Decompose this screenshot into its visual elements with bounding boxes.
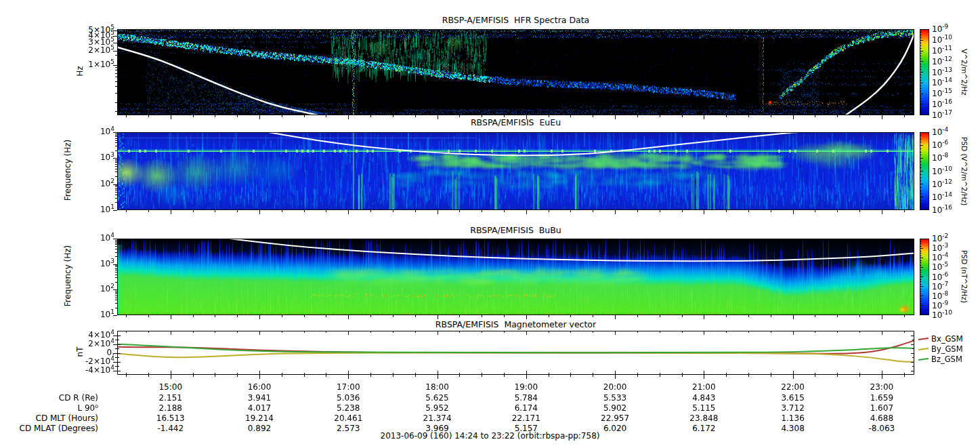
axis-tick: [115, 366, 117, 367]
axis-tick: [115, 192, 117, 192]
axis-tick: [771, 315, 771, 317]
axis-tick: [570, 315, 571, 317]
x-tick-label: 16:00: [232, 382, 286, 392]
axis-tick: [115, 243, 117, 243]
axis-tick: [482, 210, 482, 212]
axis-tick: [570, 115, 571, 117]
colorbar-tick-label: 10-9: [932, 24, 948, 34]
colorbar-tick-label: 10-16: [932, 205, 952, 215]
axis-tick: [126, 210, 127, 212]
axis-tick: [115, 298, 117, 298]
axis-tick: [793, 210, 794, 214]
axis-tick: [115, 77, 117, 77]
axis-tick: [438, 375, 438, 379]
axis-tick: [771, 210, 771, 212]
legend-line-swatch: [918, 348, 929, 350]
axis-tick: [459, 375, 460, 377]
ephemeris-row-label: CD R (Re): [59, 393, 98, 403]
axis-tick: [115, 357, 117, 358]
x-tick-label: 20:00: [588, 382, 642, 392]
y-tick-label: -4×104: [64, 365, 114, 375]
ephemeris-value: 16.513: [144, 413, 198, 423]
axis-tick: [237, 115, 238, 117]
colorbar-tick-label: 10-10: [932, 167, 952, 176]
axis-tick: [370, 315, 371, 317]
axis-tick: [115, 164, 117, 165]
bubu-y-axis-label: Frequency (Hz): [63, 241, 72, 311]
axis-tick: [504, 210, 505, 212]
ephemeris-value: 5.036: [321, 393, 375, 403]
axis-tick: [348, 115, 349, 119]
axis-tick: [748, 210, 749, 212]
axis-tick: [115, 161, 117, 161]
axis-tick: [837, 375, 838, 377]
axis-tick: [304, 315, 305, 317]
axis-tick: [126, 375, 127, 377]
axis-tick: [526, 210, 527, 214]
axis-tick: [526, 315, 527, 319]
ephemeris-value: 4.843: [677, 393, 731, 403]
y-tick-label: 0.: [64, 348, 114, 357]
axis-tick: [115, 135, 117, 136]
axis-tick: [115, 142, 117, 143]
euu-spectrogram-canvas: [117, 132, 914, 210]
axis-tick: [660, 210, 660, 212]
x-tick-label: 19:00: [499, 382, 553, 392]
axis-tick: [504, 375, 505, 377]
axis-tick: [115, 291, 117, 291]
y-tick-label: 101: [64, 310, 114, 319]
axis-tick: [115, 169, 117, 169]
axis-tick: [115, 240, 117, 241]
axis-tick: [415, 210, 416, 212]
axis-tick: [459, 210, 460, 212]
axis-tick: [115, 185, 117, 186]
axis-tick: [549, 375, 549, 377]
ephemeris-value: 22.171: [499, 413, 553, 423]
hfr-colorbar: [920, 29, 929, 115]
axis-tick: [415, 115, 416, 117]
axis-tick: [549, 210, 549, 212]
axis-tick: [171, 315, 171, 319]
ephemeris-value: 5.784: [499, 393, 553, 403]
axis-tick: [148, 210, 149, 212]
legend-item-bx_gsm: Bx_GSM: [918, 334, 963, 344]
bubu-colorbar: [920, 239, 929, 315]
axis-tick: [115, 171, 117, 172]
axis-tick: [438, 210, 438, 214]
axis-tick: [415, 375, 416, 377]
axis-tick: [526, 115, 527, 119]
axis-tick: [115, 138, 117, 139]
axis-tick: [115, 86, 117, 87]
axis-tick: [115, 93, 117, 94]
panel-title-bubu: RBSPA/EMFISIS BuBu: [117, 225, 914, 235]
ephemeris-value: 1.659: [855, 393, 909, 403]
axis-tick: [593, 375, 593, 377]
axis-tick: [115, 340, 117, 340]
axis-tick: [815, 315, 815, 317]
legend-label: Bx_GSM: [931, 334, 963, 344]
axis-tick: [115, 266, 117, 267]
colorbar-tick-label: 10-4: [932, 127, 948, 137]
colorbar-tick-label: 10-8: [932, 153, 948, 163]
axis-tick: [115, 73, 117, 74]
axis-tick: [348, 315, 349, 319]
axis-tick: [793, 315, 794, 319]
axis-tick: [115, 265, 117, 266]
ephemeris-row-label: L 90⁰: [77, 403, 98, 413]
axis-tick: [837, 210, 838, 212]
axis-tick: [726, 315, 727, 317]
axis-tick: [193, 315, 194, 317]
colorbar-tick-label: 10-13: [932, 68, 952, 77]
ephemeris-value: 5.533: [588, 393, 642, 403]
axis-tick: [593, 210, 593, 212]
axis-tick: [859, 115, 860, 117]
axis-tick: [115, 102, 117, 103]
axis-tick: [904, 210, 905, 212]
axis-tick: [704, 115, 704, 119]
axis-tick: [115, 70, 117, 70]
axis-tick: [237, 375, 238, 377]
axis-tick: [748, 115, 749, 117]
y-tick-label: 2×105: [64, 45, 114, 55]
ephemeris-value: 4.688: [855, 413, 909, 423]
axis-tick: [115, 176, 117, 177]
